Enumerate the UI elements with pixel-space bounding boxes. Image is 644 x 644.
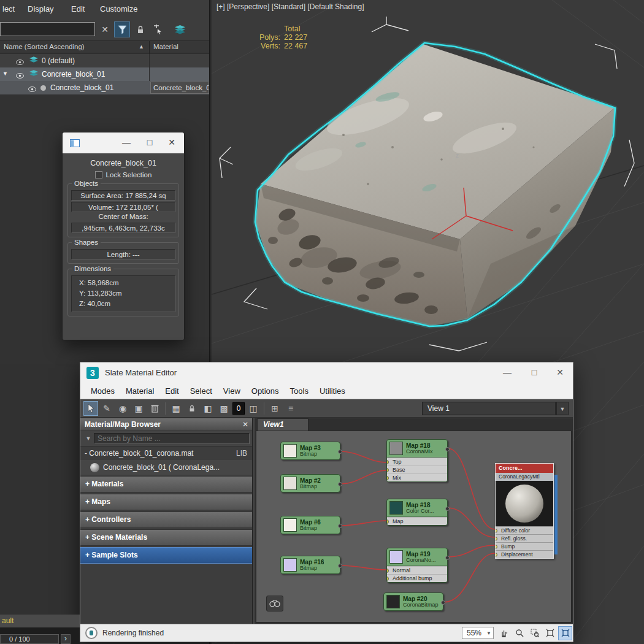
library-material-item[interactable]: Concrete_block_01 ( CoronaLega... [80,460,252,475]
menu-tools[interactable]: Tools [285,386,314,396]
group-scene-materials[interactable]: + Scene Materials [80,529,252,546]
frame-range-field[interactable]: 0 / 100 [0,634,59,644]
explorer-row-default-layer[interactable]: 0 (default) [0,54,209,67]
slate-material-editor-window[interactable]: 3 Slate Material Editor — □ ✕ Modes Mate… [80,362,573,642]
viewport-label[interactable]: [+] [Perspective] [Standard] [Default Sh… [217,2,364,11]
node-map18-coronamix[interactable]: Map #18 CoronaMix Top Base Mix [386,439,448,482]
material-column-header[interactable]: Material [153,43,178,50]
slot-refl-gloss[interactable]: Refl. gloss. [496,534,553,542]
search-options-icon[interactable]: ▼ [83,435,94,442]
dialog-titlebar[interactable]: — □ ✕ [63,132,184,153]
menu-modes[interactable]: Modes [85,386,120,396]
put-to-library-icon[interactable]: ▣ [131,401,146,416]
visibility-eye-icon[interactable] [28,85,36,94]
next-frame-button[interactable]: › [61,634,71,644]
zoom-region-icon[interactable] [527,626,542,640]
show-end-result-icon[interactable]: ▦ [169,401,183,416]
node-map20-coronabitmap[interactable]: Map #20 CoronaBitmap [383,592,443,611]
minimize-icon[interactable]: — [120,137,132,147]
explorer-row-concrete-object[interactable]: Concrete_block_01 Concrete_block_01 [0,81,209,94]
group-sample-slots[interactable]: + Sample Slots [80,547,252,564]
explorer-search-input[interactable] [0,22,95,36]
clear-search-icon[interactable]: ✕ [97,21,113,37]
node-map16-bitmap[interactable]: Map #16 Bitmap [280,556,340,574]
group-controllers[interactable]: + Controllers [80,512,252,528]
maximize-icon[interactable]: □ [527,367,541,377]
library-item[interactable]: - Concrete_block_01_corona.mat LIB [80,447,252,460]
material-cell[interactable]: Concrete_block_01 [150,82,209,94]
slot-map[interactable]: Map [387,517,447,525]
slot-displacement[interactable]: Displacement [496,550,553,558]
slot-diffuse-color[interactable]: Diffuse color [496,526,553,534]
visibility-eye-icon[interactable] [16,58,24,67]
slot-normal[interactable]: Normal [387,566,447,574]
explorer-row-concrete-layer[interactable]: ▼ Concrete_block_01 [0,67,209,81]
measure-dialog[interactable]: — □ ✕ Concrete_block_01 Lock Selection O… [62,132,185,340]
visibility-eye-icon[interactable] [16,72,24,80]
slot-mix[interactable]: Mix [387,473,447,481]
menu-display[interactable]: Display [28,4,54,13]
assign-material-icon[interactable]: ◉ [115,401,130,416]
layout-all-icon[interactable]: ⊞ [267,401,282,416]
layers-icon[interactable] [172,21,188,37]
slot-top[interactable]: Top [387,458,447,466]
output-socket[interactable] [445,556,450,560]
node-map3-bitmap[interactable]: Map #3 Bitmap [280,442,340,460]
pick-material-icon[interactable]: ✎ [99,401,114,416]
slot-additional-bump[interactable]: Additional bump [387,574,447,582]
material-id-channel-icon[interactable]: 0 [232,402,245,415]
output-socket[interactable] [445,447,450,451]
row-label[interactable]: Concrete_block_01 [50,83,113,92]
delete-icon[interactable] [147,401,162,416]
menu-options[interactable]: Options [246,386,285,396]
maximize-icon[interactable]: □ [144,137,156,147]
node-scroll-indicator[interactable] [554,475,558,554]
menu-select[interactable]: lect [2,4,15,13]
layout-vertical-icon[interactable]: ◫ [246,401,261,416]
slot-bump[interactable]: Bump [496,542,553,550]
menu-edit[interactable]: Edit [159,386,184,396]
menu-view[interactable]: View [218,386,246,396]
menu-edit[interactable]: Edit [71,4,85,13]
zoom-level-dropdown[interactable]: 55% ▼ [462,627,494,639]
lock-sample-icon[interactable] [185,401,199,416]
menu-select[interactable]: Select [185,386,218,396]
node-map6-bitmap[interactable]: Map #6 Bitmap [280,516,340,534]
lock-icon[interactable] [132,21,148,37]
node-map19-coronanormal[interactable]: Map #19 CoronaNo... Normal Additional bu… [386,548,448,583]
zoom-extents-icon[interactable] [543,626,557,640]
node-corona-legacy-material[interactable]: Concre... CoronaLegacyMtl Diffuse color … [495,463,554,559]
background-icon[interactable]: ▩ [217,401,231,416]
navigator-binoculars-icon[interactable] [266,596,283,611]
zoom-extents-selected-icon[interactable] [558,626,572,640]
row-label[interactable]: 0 (default) [42,56,75,65]
node-map18-colorcorrect[interactable]: Map #18 Color Cor... Map [386,499,448,526]
view1-tab[interactable]: View1 [257,418,309,431]
menu-utilities[interactable]: Utilities [314,386,351,396]
lock-selection-checkbox[interactable] [95,171,102,178]
select-tool-icon[interactable] [83,401,98,416]
node-map2-bitmap[interactable]: Map #2 Bitmap [280,474,340,493]
material-preview[interactable] [496,481,553,526]
pan-hand-icon[interactable] [497,626,511,640]
output-socket[interactable] [338,450,342,454]
material-list-icon[interactable]: ≡ [283,401,298,416]
browser-search-input[interactable] [94,433,250,444]
output-socket[interactable] [338,524,342,528]
close-icon[interactable]: ✕ [242,418,248,431]
menu-material[interactable]: Material [120,386,159,396]
propagate-icon[interactable]: ◧ [201,401,215,416]
group-materials[interactable]: + Materials [80,476,252,493]
group-maps[interactable]: + Maps [80,494,252,510]
browser-titlebar[interactable]: Material/Map Browser ✕ [80,418,252,431]
output-socket[interactable] [338,482,342,486]
output-socket[interactable] [445,507,450,511]
row-label[interactable]: Concrete_block_01 [42,70,105,79]
pick-add-icon[interactable] [150,21,166,37]
output-socket[interactable] [441,600,445,605]
collapse-arrow-icon[interactable]: ▼ [2,71,8,77]
view-selector-dropdown[interactable]: View 1 ▼ [422,402,556,415]
dropdown-arrow-icon[interactable]: ▼ [556,402,569,415]
filter-icon[interactable] [114,21,130,37]
slate-titlebar[interactable]: 3 Slate Material Editor — □ ✕ [80,362,573,383]
